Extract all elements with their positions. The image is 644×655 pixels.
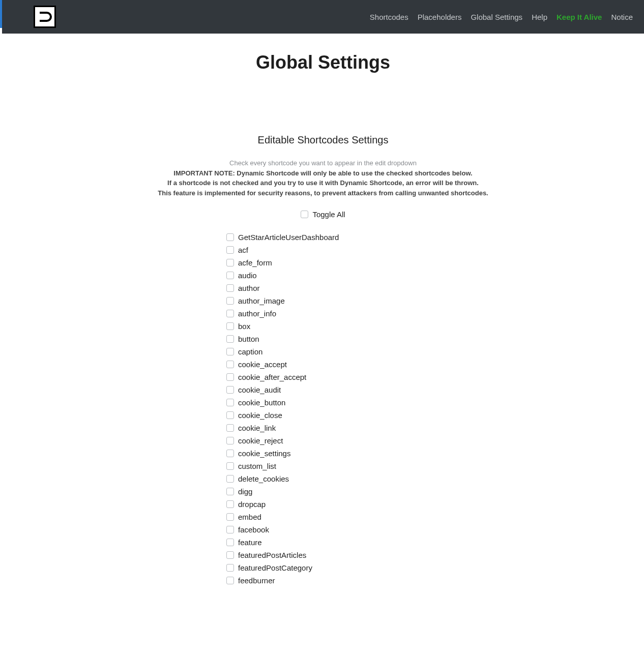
shortcode-label: box bbox=[238, 322, 250, 331]
shortcode-label: cookie_reject bbox=[238, 436, 283, 445]
shortcode-row[interactable]: acf bbox=[226, 244, 420, 256]
shortcode-row[interactable]: author_image bbox=[226, 294, 420, 307]
description-block: Check every shortcode you want to appear… bbox=[22, 158, 624, 198]
shortcode-label: audio bbox=[238, 271, 257, 280]
shortcode-checkbox[interactable] bbox=[226, 526, 234, 533]
shortcode-row[interactable]: cookie_button bbox=[226, 396, 420, 409]
shortcode-label: featuredPostCategory bbox=[238, 563, 312, 572]
shortcode-checkbox[interactable] bbox=[226, 246, 234, 254]
shortcode-row[interactable]: cookie_accept bbox=[226, 358, 420, 371]
shortcode-checkbox[interactable] bbox=[226, 361, 234, 368]
shortcode-row[interactable]: feedburner bbox=[226, 574, 420, 587]
shortcode-checkbox[interactable] bbox=[226, 310, 234, 317]
shortcode-label: GetStarArticleUserDashboard bbox=[238, 233, 339, 242]
shortcode-row[interactable]: cookie_close bbox=[226, 409, 420, 422]
shortcode-label: dropcap bbox=[238, 500, 266, 509]
shortcode-row[interactable]: dropcap bbox=[226, 498, 420, 511]
shortcode-checkbox[interactable] bbox=[226, 500, 234, 508]
shortcode-row[interactable]: feature bbox=[226, 536, 420, 549]
shortcode-checkbox[interactable] bbox=[226, 322, 234, 330]
nav-item[interactable]: Help bbox=[531, 11, 548, 23]
shortcode-row[interactable]: cookie_reject bbox=[226, 434, 420, 447]
shortcode-checkbox[interactable] bbox=[226, 411, 234, 419]
nav-item[interactable]: Global Settings bbox=[470, 11, 523, 23]
shortcode-label: cookie_button bbox=[238, 398, 285, 407]
shortcode-row[interactable]: acfe_form bbox=[226, 256, 420, 269]
shortcode-row[interactable]: GetStarArticleUserDashboard bbox=[226, 231, 420, 244]
shortcode-row[interactable]: author bbox=[226, 282, 420, 294]
toggle-all-label: Toggle All bbox=[312, 210, 345, 219]
shortcode-label: caption bbox=[238, 347, 262, 356]
shortcode-label: cookie_settings bbox=[238, 449, 290, 458]
shortcode-row[interactable]: custom_list bbox=[226, 460, 420, 472]
shortcode-checkbox[interactable] bbox=[226, 284, 234, 292]
shortcode-label: custom_list bbox=[238, 462, 276, 470]
shortcode-label: author_info bbox=[238, 309, 276, 318]
shortcode-row[interactable]: cookie_settings bbox=[226, 447, 420, 460]
nav-item[interactable]: Keep It Alive bbox=[555, 11, 603, 23]
top-bar: ShortcodesPlaceholdersGlobal SettingsHel… bbox=[2, 0, 644, 34]
content-area: Global Settings Editable Shortcodes Sett… bbox=[2, 34, 644, 607]
shortcode-label: button bbox=[238, 335, 259, 343]
shortcode-label: featuredPostArticles bbox=[238, 551, 306, 559]
desc-light: Check every shortcode you want to appear… bbox=[22, 158, 624, 168]
shortcode-checkbox[interactable] bbox=[226, 513, 234, 521]
shortcode-checkbox[interactable] bbox=[226, 233, 234, 241]
shortcode-checkbox[interactable] bbox=[226, 488, 234, 495]
shortcode-label: cookie_after_accept bbox=[238, 373, 306, 381]
shortcode-row[interactable]: button bbox=[226, 333, 420, 345]
shortcode-checkbox[interactable] bbox=[226, 564, 234, 572]
nav-item[interactable]: Shortcodes bbox=[369, 11, 409, 23]
shortcode-row[interactable]: audio bbox=[226, 269, 420, 282]
shortcode-checkbox[interactable] bbox=[226, 551, 234, 559]
nav-item[interactable]: Placeholders bbox=[417, 11, 463, 23]
shortcode-row[interactable]: embed bbox=[226, 511, 420, 523]
shortcode-list: GetStarArticleUserDashboardacfacfe_forma… bbox=[226, 231, 420, 587]
shortcode-label: author bbox=[238, 284, 260, 292]
shortcode-checkbox[interactable] bbox=[226, 437, 234, 444]
shortcode-checkbox[interactable] bbox=[226, 297, 234, 305]
desc-bold-1: IMPORTANT NOTE: Dynamic Shortcode will o… bbox=[22, 168, 624, 178]
shortcode-label: digg bbox=[238, 487, 252, 496]
shortcode-row[interactable]: cookie_after_accept bbox=[226, 371, 420, 383]
nav-item[interactable]: Notice bbox=[610, 11, 634, 23]
shortcode-label: delete_cookies bbox=[238, 474, 289, 483]
shortcode-checkbox[interactable] bbox=[226, 259, 234, 266]
desc-bold-2: If a shortcode is not checked and you tr… bbox=[22, 178, 624, 188]
shortcode-checkbox[interactable] bbox=[226, 348, 234, 355]
shortcode-row[interactable]: facebook bbox=[226, 523, 420, 536]
shortcode-checkbox[interactable] bbox=[226, 424, 234, 432]
shortcode-label: feedburner bbox=[238, 576, 275, 585]
shortcode-row[interactable]: author_info bbox=[226, 307, 420, 320]
shortcode-row[interactable]: digg bbox=[226, 485, 420, 498]
shortcode-checkbox[interactable] bbox=[226, 462, 234, 470]
shortcode-checkbox[interactable] bbox=[226, 475, 234, 483]
page-title: Global Settings bbox=[22, 52, 624, 73]
shortcode-row[interactable]: caption bbox=[226, 345, 420, 358]
shortcode-checkbox[interactable] bbox=[226, 272, 234, 279]
top-nav: ShortcodesPlaceholdersGlobal SettingsHel… bbox=[369, 11, 634, 23]
toggle-all-checkbox[interactable] bbox=[301, 211, 308, 218]
toggle-all-row[interactable]: Toggle All bbox=[22, 210, 624, 219]
shortcode-label: author_image bbox=[238, 296, 285, 305]
shortcode-row[interactable]: cookie_audit bbox=[226, 383, 420, 396]
shortcode-checkbox[interactable] bbox=[226, 373, 234, 381]
logo-icon bbox=[34, 6, 56, 28]
shortcode-row[interactable]: featuredPostCategory bbox=[226, 561, 420, 574]
shortcode-label: cookie_accept bbox=[238, 360, 287, 369]
shortcode-row[interactable]: featuredPostArticles bbox=[226, 549, 420, 561]
shortcode-row[interactable]: cookie_link bbox=[226, 422, 420, 434]
shortcode-checkbox[interactable] bbox=[226, 399, 234, 406]
section-title: Editable Shortcodes Settings bbox=[22, 134, 624, 146]
shortcode-checkbox[interactable] bbox=[226, 539, 234, 546]
shortcode-row[interactable]: box bbox=[226, 320, 420, 333]
desc-bold-3: This feature is implemented for security… bbox=[22, 188, 624, 198]
shortcode-label: cookie_link bbox=[238, 424, 276, 432]
shortcode-checkbox[interactable] bbox=[226, 450, 234, 457]
shortcode-row[interactable]: delete_cookies bbox=[226, 472, 420, 485]
shortcode-checkbox[interactable] bbox=[226, 335, 234, 343]
shortcode-label: acfe_form bbox=[238, 258, 272, 267]
shortcode-label: cookie_close bbox=[238, 411, 282, 420]
shortcode-checkbox[interactable] bbox=[226, 577, 234, 584]
shortcode-checkbox[interactable] bbox=[226, 386, 234, 394]
